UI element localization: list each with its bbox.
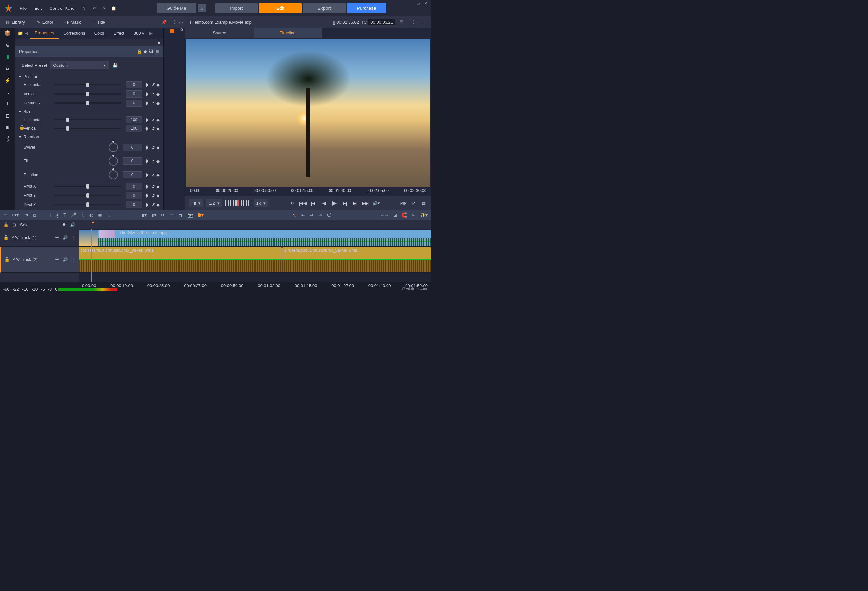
dial-tilt[interactable] xyxy=(109,156,118,166)
reset-icon[interactable]: ↺ xyxy=(151,193,155,198)
tl-snapshot-icon[interactable]: 📷 xyxy=(187,212,193,218)
reset-icon[interactable]: ↺ xyxy=(151,172,155,177)
image-icon[interactable]: 🖼 xyxy=(149,49,153,54)
tl-razor-icon[interactable]: ▮▾ xyxy=(142,212,147,218)
tl-blend-icon[interactable]: ◉ xyxy=(98,212,102,218)
spinner[interactable]: ▲▼ xyxy=(145,193,149,198)
clipboard-icon[interactable]: 📋 xyxy=(109,4,118,12)
reset-icon[interactable]: ↺ xyxy=(151,184,155,189)
tab-color[interactable]: Color xyxy=(90,28,109,38)
input-size-h[interactable]: 100 xyxy=(126,116,142,124)
resolution-dropdown[interactable]: 1/2▾ xyxy=(206,199,222,207)
tab-effect[interactable]: Effect xyxy=(109,28,129,38)
import-button[interactable]: Import xyxy=(215,3,258,13)
tab-corrections[interactable]: Corrections xyxy=(59,28,89,38)
input-size-v[interactable]: 100 xyxy=(126,125,142,132)
go-start-icon[interactable]: |◀◀ xyxy=(299,199,307,207)
spinner[interactable]: ▲▼ xyxy=(145,101,149,105)
play-icon[interactable]: ▶ xyxy=(331,199,338,207)
tl-collapse-icon[interactable]: ⊟ xyxy=(12,222,16,227)
tl-eye-icon[interactable]: 👁 xyxy=(62,222,66,227)
help-icon[interactable]: ? xyxy=(80,4,89,12)
input-pivot-y[interactable]: 0 xyxy=(126,192,142,199)
tab-properties[interactable]: Properties xyxy=(30,28,59,38)
input-pivot-z[interactable]: 0 xyxy=(126,201,142,208)
source-icon[interactable]: 📁 xyxy=(18,31,23,36)
tab-title[interactable]: TTitle xyxy=(87,16,111,28)
tl-trim-out-icon[interactable]: ⇥ xyxy=(318,212,322,218)
keyframe-icon[interactable]: ◆ xyxy=(156,184,159,189)
track-eye-icon[interactable]: 👁 xyxy=(55,257,59,262)
tl-trim-icon[interactable]: ⇔ xyxy=(310,212,314,218)
guide-me-button[interactable]: Guide Me xyxy=(156,3,196,13)
tl-magnet-icon[interactable]: 🧲 xyxy=(401,212,407,218)
tl-pointer-icon[interactable]: ↖ xyxy=(293,212,297,218)
export-button[interactable]: Export xyxy=(303,3,345,13)
play-small-icon[interactable]: ▶ xyxy=(158,40,161,45)
keyframe-icon[interactable]: ◆ xyxy=(156,193,159,198)
input-pivot-x[interactable]: 0 xyxy=(126,183,142,190)
pip-grid-icon[interactable]: ▦ xyxy=(420,199,428,207)
tl-marker-icon[interactable]: ⬣▾ xyxy=(198,212,204,218)
reset-icon[interactable]: ↺ xyxy=(151,92,155,97)
reset-icon[interactable]: ↺ xyxy=(151,83,155,87)
tab-360[interactable]: 360 V xyxy=(129,28,149,38)
prev-arrow-icon[interactable]: ◀ xyxy=(25,31,28,36)
dial-swivel[interactable] xyxy=(109,143,118,152)
preset-dropdown[interactable]: Custom▾ xyxy=(50,61,109,69)
spinner[interactable]: ▲▼ xyxy=(145,202,149,207)
timeline-cursor-marker[interactable] xyxy=(91,222,95,225)
spinner[interactable]: ▲▼ xyxy=(145,172,149,177)
tab-editor[interactable]: ✎Editor xyxy=(31,16,59,28)
folder-icon[interactable]: ▮ xyxy=(4,53,11,60)
pip-label[interactable]: PiP xyxy=(400,201,407,206)
tl-collapse-icon[interactable]: ⇤⇥ xyxy=(381,212,388,218)
timeline-playhead[interactable] xyxy=(91,229,92,282)
tl-wand-icon[interactable]: ✨▾ xyxy=(420,212,428,218)
tl-treble-icon[interactable]: 𝄞 xyxy=(56,212,59,218)
step-fwd-icon[interactable]: ▶| xyxy=(341,199,349,207)
spinner[interactable]: ▲▼ xyxy=(145,184,149,189)
preview-scrubber[interactable]: 00:00 00:00:25.00 00:00:50.00 00:01:15.0… xyxy=(185,188,431,196)
clip-audio-2[interactable]: c:/users/public/music/bmx_ya-ha!.wma xyxy=(282,247,431,272)
clip-audio-1[interactable]: c:/users/public/music/bmx_ya-ha!.wma xyxy=(78,247,282,272)
next-arrow-icon[interactable]: ▶ xyxy=(149,31,153,36)
reel-icon[interactable]: ⊛ xyxy=(4,41,11,49)
tl-cut-icon[interactable]: ✂ xyxy=(161,212,165,218)
slider-pivot-x[interactable] xyxy=(55,186,121,187)
maximize-icon[interactable]: ▭ xyxy=(415,1,421,7)
transition-icon[interactable] xyxy=(99,230,115,238)
solo-label[interactable]: Solo xyxy=(20,222,28,227)
spinner[interactable]: ▲▼ xyxy=(145,145,149,150)
tl-fx-icon[interactable]: ▨ xyxy=(106,212,111,218)
prev-frame-icon[interactable]: |◀ xyxy=(310,199,317,207)
menu-file[interactable]: File xyxy=(16,4,30,13)
go-end-icon[interactable]: ▶▶| xyxy=(362,199,370,207)
track-speaker-icon[interactable]: 🔊 xyxy=(63,235,68,240)
input-pos-z[interactable]: 0 xyxy=(126,100,142,107)
pin-icon[interactable]: 📌 xyxy=(160,18,168,26)
reset-icon[interactable]: ↺ xyxy=(151,101,155,106)
save-preset-icon[interactable]: 💾 xyxy=(112,63,118,68)
tab-mask[interactable]: ◑Mask xyxy=(59,16,87,28)
volume-icon[interactable]: 🔊▾ xyxy=(372,199,380,207)
jog-wheel[interactable] xyxy=(225,200,251,206)
slider-pos-z[interactable] xyxy=(55,103,121,104)
slider-pos-v[interactable] xyxy=(55,93,121,94)
spinner[interactable]: ▲▼ xyxy=(145,159,149,164)
track-header-2[interactable]: 🔓 A/V Track (2) 👁 🔊 ⋮ xyxy=(0,246,78,273)
tab-library[interactable]: ▥Library xyxy=(0,16,31,28)
expand-icon[interactable]: ⛶ xyxy=(168,18,177,26)
dial-rotation[interactable] xyxy=(109,170,118,180)
keyframe-icon[interactable]: ◆ xyxy=(156,126,159,131)
keyframe-icon[interactable]: ◆ xyxy=(156,172,159,177)
tl-copy-icon[interactable]: ⧉ xyxy=(33,212,36,218)
speed-dropdown[interactable]: 1x▾ xyxy=(254,199,269,207)
track-lane-2[interactable]: c:/users/public/music/bmx_ya-ha!.wma c:/… xyxy=(78,246,431,273)
bolt-icon[interactable]: ⚡ xyxy=(4,77,11,84)
track-menu-icon[interactable]: ⋮ xyxy=(71,235,75,240)
tl-wave-icon[interactable]: ∿ xyxy=(81,212,85,218)
track-lock-icon[interactable]: 🔓 xyxy=(4,257,9,262)
group-position[interactable]: ▾Position xyxy=(19,73,159,80)
tl-delete-icon[interactable]: 🗑 xyxy=(178,212,183,218)
